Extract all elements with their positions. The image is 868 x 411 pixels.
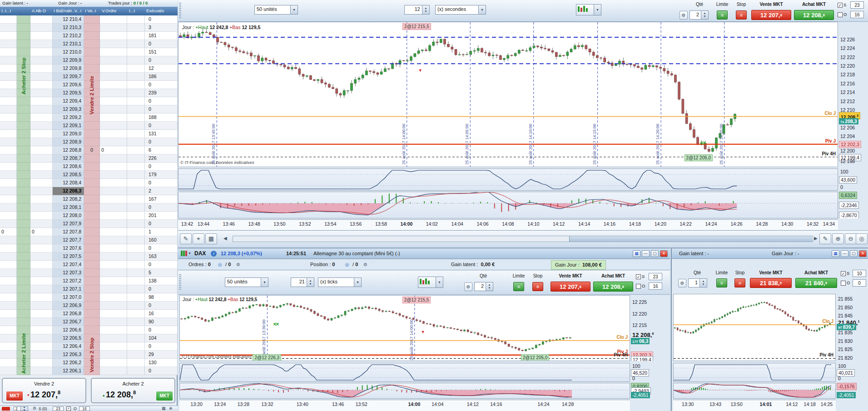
spinner-arrows-icon[interactable]: ▲▼ (486, 282, 493, 291)
interval-spinner[interactable]: 12▲▼ (404, 5, 430, 15)
ladder-row[interactable]: 12 209,2188 (0, 114, 178, 122)
stop-order-icon[interactable]: ≡ (734, 278, 745, 287)
time-axis[interactable]: 13:3013:4313:5014:0114:1214:1814:25 (673, 400, 836, 411)
footer-zoom-icon[interactable]: ⊕ (169, 406, 173, 411)
time-axis[interactable]: 13:2013:2413:2813:3213:4013:4613:5214:00… (179, 400, 630, 411)
ladder-row[interactable]: 12 207,40 (0, 261, 178, 269)
ladder-price-cell[interactable]: 12 208,6 (53, 163, 84, 171)
zoom-out-icon[interactable]: ⊖ (845, 233, 857, 244)
candlestick-chart[interactable]: Jour : +Haut 12 242,8 +Bas 12 129,5 © IT… (178, 22, 838, 167)
cash-chart-title-bar[interactable]: Gain latent : - Gain Jour : - ▦ — ▢ ✕ (671, 248, 868, 259)
stops-count[interactable]: 23 (850, 1, 864, 9)
column-header[interactable]: I...I (129, 7, 135, 15)
ladder-cell[interactable] (17, 203, 30, 212)
maximize-button[interactable]: ▢ (651, 250, 659, 257)
ladder-price-cell[interactable]: 12 209,4 (53, 97, 84, 105)
order-settings-icon[interactable]: ⚙ (464, 282, 472, 291)
stops-checkbox[interactable]: ✓ (841, 271, 846, 276)
position-detail-icon[interactable]: ◎ (345, 260, 349, 269)
scroll-right-icon[interactable]: ▶ (814, 236, 818, 241)
ladder-cell[interactable] (84, 122, 100, 130)
indicator-pane-stochastic[interactable] (673, 363, 836, 382)
ladder-cell[interactable] (84, 261, 100, 269)
ladder-cell[interactable] (84, 269, 100, 277)
ladder-row[interactable]: 12 208,8006 (0, 146, 178, 154)
chevron-down-icon[interactable]: ▼ (188, 248, 191, 258)
ladder-cell[interactable] (17, 179, 30, 187)
close-button[interactable]: ✕ (660, 250, 668, 257)
ladder-cell[interactable] (84, 130, 100, 138)
ladder-price-cell[interactable]: 12 207,0 (53, 293, 84, 302)
ladder-cell[interactable] (17, 244, 30, 253)
stop-order-icon[interactable]: ≡ (532, 282, 543, 291)
ladder-row[interactable]: 12 207,35 (0, 269, 178, 277)
column-header[interactable]: V.Ordre (102, 7, 116, 15)
ladder-price-cell[interactable]: 12 208,2 (53, 195, 84, 203)
ladder-cell[interactable] (84, 187, 100, 195)
ladder-price-cell[interactable]: 12 206,6 (53, 326, 84, 334)
spinner-arrows-icon[interactable]: ▲▼ (20, 407, 28, 411)
ladder-cell[interactable] (17, 269, 30, 277)
chevron-down-icon[interactable]: ▼ (436, 277, 443, 287)
sell-mkt-button[interactable]: 12 207,8 (551, 282, 590, 292)
ladder-price-cell[interactable]: 12 209,0 (53, 130, 84, 138)
ladder-price-cell[interactable]: 12 209,5 (53, 89, 84, 97)
ladder-row[interactable]: 12 207,5163 (0, 253, 178, 261)
limit-order-icon[interactable]: ≡ (716, 278, 727, 287)
ladder-price-cell[interactable]: 12 207,4 (53, 261, 84, 269)
limit-order-icon[interactable]: ≡ (513, 282, 524, 291)
column-header[interactable]: I..I...I (1, 7, 11, 15)
ladder-cell[interactable] (17, 122, 30, 130)
ladder-cell[interactable] (84, 285, 100, 293)
sell-order-button[interactable]: Vendre 2 MKT ▾ 12 207,8 (2, 378, 86, 403)
ladder-cell[interactable] (17, 277, 30, 285)
ladder-row[interactable]: 12 207,7160 (0, 236, 178, 244)
ladder-row[interactable]: 12 208,10 (0, 203, 178, 212)
ladder-price-cell[interactable]: 12 207,5 (53, 253, 84, 261)
spinner-arrows-icon[interactable]: ▲▼ (307, 278, 314, 287)
ladder-cell[interactable] (17, 285, 30, 293)
ladder-cell[interactable] (17, 236, 30, 244)
qty-input[interactable]: 2▲▼ (474, 282, 493, 291)
ladder-row[interactable]: 12 207,60 (0, 244, 178, 253)
minimize-button[interactable]: — (642, 250, 650, 257)
interval-spinner[interactable]: 21▲▼ (291, 277, 314, 287)
interval-unit-select[interactable]: (x) ticks▼ (318, 277, 362, 287)
ladder-price-cell[interactable]: 12 206,5 (53, 334, 84, 342)
instrument-icon[interactable] (181, 251, 187, 256)
stops-count[interactable]: 23 (649, 273, 662, 280)
ladder-price-cell[interactable]: 12 207,6 (53, 244, 84, 253)
chevron-down-icon[interactable]: ▼ (594, 5, 601, 15)
ladder-cell[interactable] (84, 244, 100, 253)
column-header[interactable]: Exécutés (146, 7, 164, 15)
ladder-price-cell[interactable]: 12 208,5 (53, 171, 84, 179)
ladder-cell[interactable] (17, 261, 30, 269)
ladder-cell[interactable] (17, 163, 30, 171)
ladder-cell[interactable] (84, 253, 100, 261)
ladder-price-cell[interactable]: 12 209,9 (53, 56, 84, 64)
ladder-cell[interactable] (17, 220, 30, 228)
close-button[interactable]: ✕ (859, 250, 867, 257)
ladder-price-cell[interactable]: 12 209,7 (53, 73, 84, 81)
ladder-cell[interactable] (84, 138, 100, 146)
units-select[interactable]: 50 unités▼ (225, 277, 268, 287)
ladder-row[interactable]: 12 208,90 (0, 138, 178, 146)
zoom-in-icon[interactable]: ⊕ (832, 233, 844, 244)
ladder-price-cell[interactable]: 12 207,2 (53, 277, 84, 285)
ladder-price-cell[interactable]: 12 207,3 (53, 269, 84, 277)
chart-type-button[interactable]: ▼ (418, 277, 443, 288)
ladder-row[interactable]: 12 208,0201 (0, 212, 178, 220)
layout-grid-button[interactable]: ▦ (633, 250, 640, 257)
toolbar-grip[interactable] (179, 3, 181, 18)
ladder-price-cell[interactable]: 12 209,8 (53, 64, 84, 73)
zoom-reset-icon[interactable]: ◎ (856, 233, 868, 244)
buy-mkt-button[interactable]: 21 840,9 (795, 278, 837, 288)
ladder-row[interactable]: 12 208,2167 (0, 195, 178, 203)
chevron-down-icon[interactable]: ▼ (354, 278, 361, 287)
ladder-price-cell[interactable]: 12 208,9 (53, 138, 84, 146)
time-axis[interactable]: 13:4213:4413:4613:4813:5013:5213:5413:56… (178, 219, 838, 230)
stops-checkbox[interactable]: ✓ (636, 274, 641, 279)
orders-detail-icon[interactable]: ◎ (218, 260, 222, 269)
footer-qty-input[interactable]: 2▲▼ (14, 406, 28, 411)
buy-order-button[interactable]: Acheter 2 MKT ▴ 12 208,8 (91, 378, 175, 403)
